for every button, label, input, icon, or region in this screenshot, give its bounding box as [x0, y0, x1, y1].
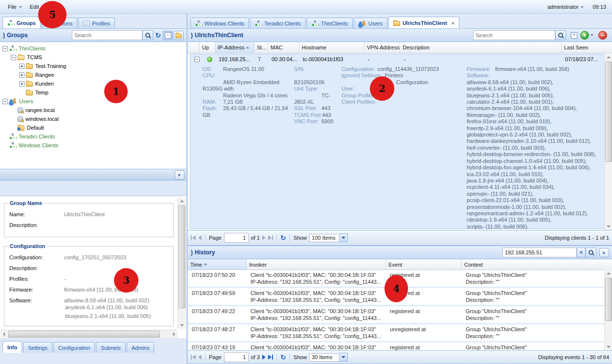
history-search-input[interactable] [502, 248, 577, 257]
search-icon [558, 33, 563, 38]
tree-node[interactable]: − Users [0, 97, 186, 106]
annotation-circle: 1 [104, 80, 128, 103]
page-number-input[interactable] [224, 352, 249, 362]
tree-expander-icon[interactable]: + [19, 81, 24, 87]
tab-groups[interactable]: Groups [2, 17, 41, 28]
page-number-input[interactable] [224, 233, 249, 243]
column-ip-address[interactable]: IP-Address [215, 42, 254, 53]
column-up[interactable]: Up [200, 42, 215, 53]
column-context[interactable]: Context [462, 259, 604, 270]
combo-trigger-icon[interactable] [340, 353, 348, 362]
next-page-button[interactable] [262, 235, 266, 240]
page-size-combo[interactable]: 100 Items [309, 233, 348, 242]
prev-page-button[interactable] [198, 235, 202, 240]
first-page-button[interactable] [191, 355, 196, 360]
tab-teradici-clients[interactable]: Teradici Clients [250, 18, 306, 28]
history-clear-search-button[interactable] [577, 248, 586, 257]
history-time: 07/18/23 07:48:27 [188, 324, 247, 341]
tab-ulrichsthinclient[interactable]: UlrichsThinClient [388, 17, 460, 28]
client-search-button[interactable] [555, 30, 566, 40]
software-item: anydesk-6.1-x64 (11.00, build 006) [65, 304, 169, 310]
first-page-button[interactable] [191, 235, 196, 240]
column-status[interactable]: St... [254, 42, 268, 53]
tab-profiles[interactable]: Profiles [78, 18, 115, 28]
tree-expander-icon[interactable]: − [11, 55, 16, 60]
column-vpn-address[interactable]: VPN-Address [364, 42, 400, 53]
detail-line: Configuration:config_114436_11072023 [341, 66, 464, 72]
history-vertical-scrollbar[interactable] [604, 270, 612, 350]
tab-windows-clients[interactable]: Windows Clients [190, 18, 249, 28]
tree-node[interactable]: + Kunden [0, 79, 186, 88]
menu-file[interactable]: File [4, 2, 26, 11]
groups-search-input[interactable] [72, 30, 142, 40]
history-row[interactable]: 07/18/23 07:43:19 Client "tc-0030041b1f0… [188, 342, 612, 350]
combo-trigger-icon[interactable] [340, 233, 348, 242]
tab-admins[interactable]: Admins [127, 342, 155, 353]
column-invoker[interactable]: Invoker [247, 259, 386, 270]
tree-expander-icon[interactable]: + [19, 64, 24, 69]
info-vertical-scrollbar[interactable] [178, 198, 186, 329]
tab-subnets[interactable]: Subnets [96, 342, 125, 353]
collapse-history-button[interactable] [599, 248, 609, 257]
tree-node[interactable]: Default [0, 123, 186, 132]
expand-all-icon[interactable]: + [571, 32, 577, 39]
groups-panel-header: )Groups − [0, 28, 186, 42]
remove-client-button[interactable]: − [598, 31, 607, 40]
tree-node-label: rangee.local [24, 107, 55, 113]
info-horizontal-scrollbar[interactable] [0, 330, 178, 338]
collapse-all-button[interactable]: − [163, 31, 173, 40]
move-to-group-button[interactable] [174, 31, 183, 40]
tree-expander-icon[interactable]: + [19, 72, 24, 78]
refresh-icon[interactable] [155, 32, 161, 39]
last-page-button[interactable] [268, 235, 273, 240]
tree-expander-icon[interactable]: − [2, 99, 8, 104]
row-collapse-icon[interactable]: − [194, 57, 200, 62]
client-row[interactable]: − 192.168.25... T 00:30:04... tc-0030041… [190, 54, 604, 64]
tree-node[interactable]: + Rangee [0, 70, 186, 79]
column-time[interactable]: Time [188, 259, 247, 270]
tree-node[interactable]: Teradici Clients [0, 132, 186, 141]
prev-page-button[interactable] [198, 355, 202, 360]
tab-info[interactable]: Info [2, 341, 22, 353]
tree-node-label: Temp [34, 90, 48, 95]
next-page-button[interactable] [262, 355, 266, 360]
tab-thinclients[interactable]: ThinClients [307, 18, 353, 28]
tree-node[interactable]: Temp [0, 88, 186, 97]
tree-node[interactable]: − ThinClients [0, 44, 186, 53]
client-search-input[interactable] [473, 30, 555, 40]
cell-mac: 00:30:04... [269, 56, 300, 62]
tab-users[interactable]: Users [354, 18, 387, 28]
tree-node[interactable]: windows.local [0, 114, 186, 123]
refresh-icon[interactable] [280, 234, 286, 241]
tab-configuration[interactable]: Configuration [53, 342, 95, 353]
column-last-seen[interactable]: Last Seen [562, 42, 604, 53]
tree-expander-icon[interactable]: − [2, 46, 8, 51]
column-description[interactable]: Description [400, 42, 562, 53]
column-mac[interactable]: MAC [268, 42, 299, 53]
add-client-button[interactable]: + [580, 31, 589, 40]
groups-search-button[interactable] [142, 30, 153, 40]
history-row[interactable]: 07/18/23 07:48:27 Client "tc-0030041b1f0… [188, 324, 612, 342]
history-grid-header: Time Invoker Event Context [188, 259, 612, 270]
grid-vertical-scrollbar[interactable] [604, 54, 612, 230]
add-dropdown-caret-icon[interactable] [590, 34, 593, 37]
history-search-button[interactable] [586, 248, 596, 257]
last-page-button[interactable] [268, 355, 273, 360]
software-item: ncpclient-4.11-x64 (11.00, build 034), [467, 184, 603, 190]
tree-node[interactable]: − TCMS [0, 53, 186, 62]
column-hostname[interactable]: Hostname [299, 42, 364, 53]
tree-node[interactable]: rangee.local [0, 106, 186, 114]
user-menu[interactable]: administrator [547, 4, 584, 10]
tab-settings[interactable]: Settings [23, 342, 52, 353]
close-tab-icon[interactable] [452, 21, 454, 25]
page-size-combo[interactable]: 30 Items [309, 353, 348, 362]
column-event[interactable]: Event [386, 259, 462, 270]
info-row: Description: [9, 222, 169, 228]
tree-node[interactable]: Windows Clients [0, 141, 186, 150]
refresh-icon[interactable] [280, 354, 286, 361]
expand-panel-button[interactable] [175, 170, 184, 180]
page-label: Page [209, 354, 222, 360]
tree-node[interactable]: + Test-Training [0, 62, 186, 70]
chevron-double-down-icon [601, 251, 607, 253]
history-row[interactable]: 07/18/23 07:49:22 Client "tc-0030041b1f0… [188, 306, 612, 324]
